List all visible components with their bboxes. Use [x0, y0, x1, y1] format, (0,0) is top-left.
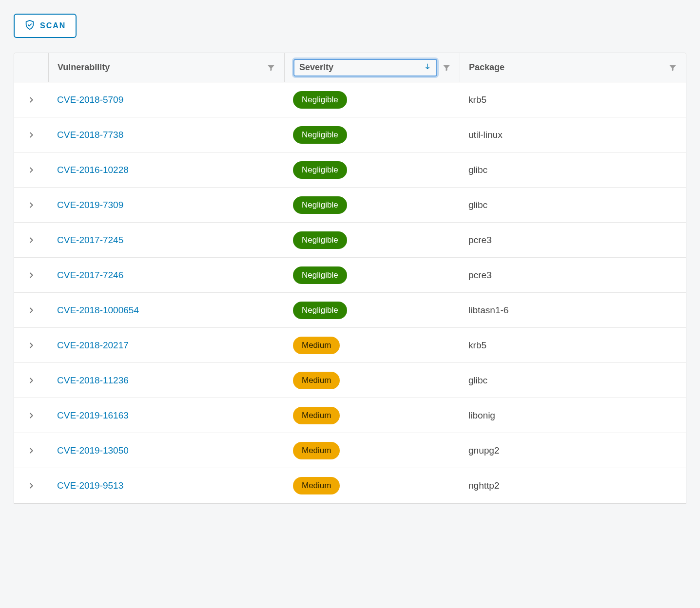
- expand-row-button[interactable]: [14, 166, 48, 174]
- shield-check-icon: [24, 19, 35, 32]
- table-row: CVE-2018-20217Mediumkrb5: [14, 328, 686, 363]
- chevron-right-icon: [27, 342, 35, 349]
- expand-row-button[interactable]: [14, 342, 48, 349]
- expand-row-button[interactable]: [14, 201, 48, 209]
- table-row: CVE-2019-9513Mediumnghttp2: [14, 468, 686, 503]
- column-package[interactable]: Package: [460, 53, 686, 82]
- severity-badge: Medium: [293, 372, 340, 389]
- table-body: CVE-2018-5709Negligiblekrb5CVE-2018-7738…: [14, 82, 686, 503]
- column-expand: [14, 53, 48, 82]
- arrow-down-icon: [424, 62, 431, 73]
- chevron-right-icon: [27, 96, 35, 104]
- column-vulnerability-label: Vulnerability: [58, 62, 267, 73]
- column-package-label: Package: [469, 62, 668, 73]
- chevron-right-icon: [27, 412, 35, 419]
- package-name: libtasn1-6: [468, 305, 508, 316]
- package-name: glibc: [468, 165, 487, 175]
- expand-row-button[interactable]: [14, 306, 48, 314]
- chevron-right-icon: [27, 236, 35, 244]
- cve-link[interactable]: CVE-2017-7245: [57, 235, 123, 246]
- chevron-right-icon: [27, 131, 35, 139]
- package-name: pcre3: [468, 235, 492, 246]
- table-header: Vulnerability Severity Package: [14, 53, 686, 82]
- cve-link[interactable]: CVE-2019-7309: [57, 200, 123, 210]
- severity-badge: Negligible: [293, 196, 347, 214]
- expand-row-button[interactable]: [14, 96, 48, 104]
- cve-link[interactable]: CVE-2019-9513: [57, 480, 123, 491]
- table-row: CVE-2017-7245Negligiblepcre3: [14, 223, 686, 258]
- cve-link[interactable]: CVE-2019-13050: [57, 445, 129, 456]
- cve-link[interactable]: CVE-2018-11236: [57, 375, 129, 386]
- severity-badge: Negligible: [293, 302, 347, 319]
- table-row: CVE-2016-10228Negligibleglibc: [14, 152, 686, 188]
- filter-icon[interactable]: [442, 63, 451, 72]
- cve-link[interactable]: CVE-2016-10228: [57, 165, 129, 175]
- severity-badge: Medium: [293, 337, 340, 354]
- filter-icon[interactable]: [668, 63, 677, 72]
- expand-row-button[interactable]: [14, 447, 48, 455]
- chevron-right-icon: [27, 482, 35, 490]
- cve-link[interactable]: CVE-2018-20217: [57, 340, 129, 351]
- table-row: CVE-2017-7246Negligiblepcre3: [14, 258, 686, 293]
- package-name: krb5: [468, 95, 486, 105]
- scan-button-label: SCAN: [40, 21, 66, 30]
- expand-row-button[interactable]: [14, 482, 48, 490]
- severity-badge: Medium: [293, 442, 340, 459]
- table-row: CVE-2018-1000654Negligiblelibtasn1-6: [14, 293, 686, 328]
- scan-button[interactable]: SCAN: [14, 14, 77, 38]
- severity-badge: Negligible: [293, 266, 347, 284]
- table-row: CVE-2018-5709Negligiblekrb5: [14, 82, 686, 117]
- expand-row-button[interactable]: [14, 236, 48, 244]
- expand-row-button[interactable]: [14, 271, 48, 279]
- package-name: libonig: [468, 410, 495, 421]
- column-severity[interactable]: Severity: [284, 53, 460, 82]
- table-row: CVE-2018-7738Negligibleutil-linux: [14, 117, 686, 152]
- severity-sort-active[interactable]: Severity: [293, 59, 437, 76]
- table-row: CVE-2019-13050Mediumgnupg2: [14, 433, 686, 468]
- package-name: util-linux: [468, 130, 503, 140]
- column-severity-label: Severity: [299, 62, 333, 73]
- package-name: nghttp2: [468, 480, 499, 491]
- cve-link[interactable]: CVE-2018-7738: [57, 130, 123, 140]
- chevron-right-icon: [27, 271, 35, 279]
- package-name: glibc: [468, 200, 487, 210]
- table-row: CVE-2019-16163Mediumlibonig: [14, 398, 686, 433]
- expand-row-button[interactable]: [14, 412, 48, 419]
- chevron-right-icon: [27, 201, 35, 209]
- column-vulnerability[interactable]: Vulnerability: [48, 53, 284, 82]
- severity-badge: Negligible: [293, 126, 347, 144]
- filter-icon[interactable]: [267, 63, 275, 72]
- severity-badge: Negligible: [293, 231, 347, 249]
- package-name: krb5: [468, 340, 486, 351]
- chevron-right-icon: [27, 377, 35, 384]
- chevron-right-icon: [27, 166, 35, 174]
- expand-row-button[interactable]: [14, 131, 48, 139]
- severity-badge: Negligible: [293, 91, 347, 109]
- package-name: glibc: [468, 375, 487, 386]
- table-row: CVE-2019-7309Negligibleglibc: [14, 188, 686, 223]
- vulnerability-table: Vulnerability Severity Package CVE-2018-…: [14, 53, 686, 504]
- expand-row-button[interactable]: [14, 377, 48, 384]
- cve-link[interactable]: CVE-2018-1000654: [57, 305, 139, 316]
- package-name: pcre3: [468, 270, 492, 281]
- chevron-right-icon: [27, 447, 35, 455]
- severity-badge: Medium: [293, 407, 340, 424]
- severity-badge: Medium: [293, 477, 340, 494]
- table-row: CVE-2018-11236Mediumglibc: [14, 363, 686, 398]
- cve-link[interactable]: CVE-2017-7246: [57, 270, 123, 281]
- cve-link[interactable]: CVE-2018-5709: [57, 95, 123, 105]
- package-name: gnupg2: [468, 445, 499, 456]
- cve-link[interactable]: CVE-2019-16163: [57, 410, 129, 421]
- severity-badge: Negligible: [293, 161, 347, 179]
- chevron-right-icon: [27, 306, 35, 314]
